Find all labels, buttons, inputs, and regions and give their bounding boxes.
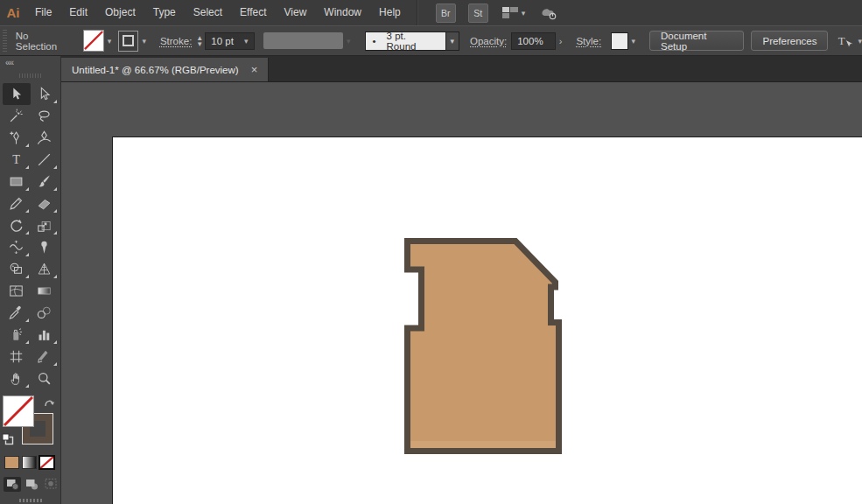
- sd-card-bottom-band: [410, 441, 556, 448]
- stroke-weight-label[interactable]: Stroke:: [160, 36, 192, 46]
- color-swatch[interactable]: [4, 456, 19, 469]
- hand-icon: [8, 370, 25, 387]
- svg-text:T: T: [12, 152, 20, 166]
- swap-fill-stroke-icon[interactable]: [43, 396, 56, 410]
- canvas-pasteboard[interactable]: [61, 82, 862, 504]
- perspective-grid-icon: [36, 261, 53, 277]
- tool-symbol-sprayer-tool[interactable]: [3, 324, 31, 346]
- slice-icon: [36, 348, 53, 365]
- menu-item-select[interactable]: Select: [185, 0, 231, 25]
- none-icon: [40, 457, 53, 468]
- draw-normal-mode[interactable]: [4, 477, 21, 492]
- stroke-weight-field[interactable]: 10 pt ▾: [205, 32, 254, 50]
- svg-text:T: T: [838, 34, 845, 46]
- curvature-icon: [36, 130, 53, 146]
- stock-button[interactable]: St: [468, 4, 488, 23]
- sync-status-icon: [539, 5, 558, 21]
- chevron-down-icon[interactable]: ▾: [142, 37, 146, 46]
- chevron-down-icon[interactable]: ▾: [237, 37, 249, 46]
- draw-normal-mode-icon: [6, 478, 19, 491]
- tool-direct-selection-tool[interactable]: [31, 83, 59, 105]
- tool-blend-tool[interactable]: [31, 302, 59, 324]
- tool-line-segment-tool[interactable]: [31, 149, 59, 171]
- tool-paintbrush-tool[interactable]: [31, 171, 59, 192]
- sync-status[interactable]: [539, 5, 558, 21]
- draw-inside-mode: [42, 477, 60, 492]
- panel-drag-handle[interactable]: [19, 74, 42, 78]
- tool-eyedropper-tool[interactable]: [3, 302, 31, 324]
- close-icon[interactable]: ×: [251, 64, 258, 75]
- tool-eraser-tool[interactable]: [31, 192, 59, 214]
- pen-icon: [8, 130, 25, 146]
- tool-gradient-tool[interactable]: [31, 280, 59, 302]
- tool-column-graph-tool[interactable]: [31, 324, 59, 346]
- tool-artboard-tool[interactable]: [3, 346, 31, 368]
- menu-item-edit[interactable]: Edit: [60, 0, 96, 25]
- sd-card-shape[interactable]: [408, 242, 559, 452]
- menu-item-effect[interactable]: Effect: [231, 0, 275, 25]
- tool-perspective-grid-tool[interactable]: [31, 258, 59, 280]
- tool-type-tool[interactable]: T: [3, 149, 31, 171]
- artwork-layer[interactable]: [61, 82, 862, 504]
- document-tab[interactable]: Untitled-1* @ 66.67% (RGB/Preview) ×: [61, 58, 269, 81]
- brush-definition-dropdown[interactable]: • 3 pt. Round: [365, 32, 446, 51]
- opacity-label[interactable]: Opacity:: [470, 36, 507, 46]
- artboard-icon: [8, 348, 25, 365]
- tool-width-tool[interactable]: [3, 236, 31, 258]
- chevron-down-icon[interactable]: ▾: [108, 37, 112, 46]
- tool-lasso-tool[interactable]: [31, 105, 59, 127]
- tool-shape-builder-tool[interactable]: [3, 258, 31, 280]
- stroke-color-swatch[interactable]: [118, 31, 138, 52]
- fill-indicator[interactable]: [4, 396, 33, 426]
- magnifier-icon: [36, 370, 53, 387]
- tool-rectangle-tool[interactable]: [3, 171, 31, 192]
- chevron-down-icon: ▾: [522, 9, 526, 18]
- type-icon: T: [8, 151, 25, 168]
- column-graph-icon: [36, 326, 53, 343]
- flyout-triangle-icon: [53, 340, 57, 344]
- touch-type-tool-shortcut[interactable]: T ▾: [837, 32, 862, 50]
- tool-slice-tool[interactable]: [31, 346, 59, 368]
- fill-color-swatch[interactable]: [83, 30, 104, 52]
- opacity-field[interactable]: 100%: [511, 32, 556, 50]
- tool-hand-tool[interactable]: [3, 368, 31, 389]
- tool-puppet-warp-tool[interactable]: [31, 236, 59, 258]
- chevron-down-icon[interactable]: ▾: [632, 37, 636, 46]
- workspace-switcher[interactable]: ▾: [502, 7, 526, 19]
- menu-item-file[interactable]: File: [26, 0, 60, 25]
- toolbar-more-dots-icon[interactable]: [19, 499, 42, 502]
- panel-grip-icon[interactable]: [3, 30, 7, 52]
- opacity-panel-arrow-icon[interactable]: ›: [559, 36, 563, 46]
- flyout-triangle-icon: [25, 318, 29, 322]
- brush-bullet: •: [373, 36, 376, 46]
- brush-dropdown-chevron[interactable]: ▾: [446, 32, 459, 51]
- tool-magic-wand-tool[interactable]: [3, 105, 31, 127]
- tool-mesh-tool[interactable]: [3, 280, 31, 302]
- collapse-panel-icon[interactable]: ««: [0, 56, 60, 72]
- document-setup-button[interactable]: Document Setup: [649, 31, 744, 51]
- none-swatch[interactable]: [39, 456, 54, 469]
- draw-behind-mode[interactable]: [23, 477, 40, 492]
- default-fill-stroke-icon[interactable]: [2, 433, 14, 445]
- tool-selection-tool[interactable]: [3, 83, 31, 105]
- menu-item-view[interactable]: View: [276, 0, 316, 25]
- tool-pen-tool[interactable]: [3, 127, 31, 149]
- stroke-weight-stepper[interactable]: ▲▼: [196, 35, 203, 47]
- tool-scale-tool[interactable]: [31, 214, 59, 236]
- bridge-button[interactable]: Br: [436, 4, 456, 23]
- selection-status: No Selection: [16, 31, 71, 52]
- lasso-icon: [36, 108, 53, 124]
- tool-pencil-tool[interactable]: [3, 192, 31, 214]
- preferences-button[interactable]: Preferences: [751, 31, 828, 51]
- tool-curvature-tool[interactable]: [31, 127, 59, 149]
- style-swatch[interactable]: [611, 32, 627, 50]
- style-label[interactable]: Style:: [576, 36, 601, 46]
- eraser-icon: [36, 195, 53, 212]
- menu-item-window[interactable]: Window: [315, 0, 370, 25]
- gradient-swatch[interactable]: [22, 456, 37, 469]
- tool-zoom-tool[interactable]: [31, 368, 59, 389]
- menu-item-type[interactable]: Type: [144, 0, 185, 25]
- tool-rotate-tool[interactable]: [3, 214, 31, 236]
- menu-item-help[interactable]: Help: [370, 0, 410, 25]
- menu-item-object[interactable]: Object: [96, 0, 144, 25]
